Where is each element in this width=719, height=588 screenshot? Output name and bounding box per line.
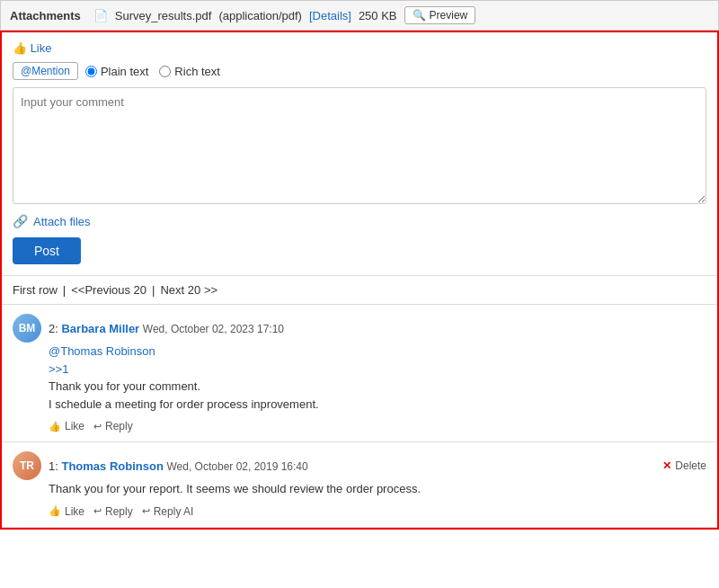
rich-text-option[interactable]: Rich text	[159, 65, 220, 78]
file-details-link[interactable]: [Details]	[309, 9, 351, 22]
comment-line-1: Thank you for your comment.	[49, 378, 706, 396]
reply-label-2: Reply	[105, 420, 133, 432]
plain-text-label: Plain text	[101, 65, 148, 78]
avatar-thomas: TR	[13, 451, 41, 480]
avatar-initials-thomas: TR	[20, 459, 34, 472]
like-icon-1: 👍	[49, 505, 61, 517]
prev-link[interactable]: <<Previous 20	[71, 283, 146, 297]
comment-header-left-1: TR 1: Thomas Robinson Wed, October 02, 2…	[13, 451, 308, 480]
like-button-1[interactable]: 👍 Like	[49, 505, 84, 518]
mention-button[interactable]: @Mention	[13, 62, 78, 80]
comment-actions-2: 👍 Like ↩ Reply	[49, 420, 706, 432]
comment-header-row-2: BM 2: Barbara Miller Wed, October 02, 20…	[13, 314, 706, 343]
comment-author-barbara[interactable]: Barbara Miller	[61, 322, 139, 335]
comment-header-row-1: TR 1: Thomas Robinson Wed, October 02, 2…	[13, 451, 706, 480]
post-button[interactable]: Post	[13, 237, 81, 264]
comment-input-section: 👍 Like @Mention Plain text Rich text	[2, 32, 717, 276]
like-label-1: Like	[65, 505, 84, 518]
comment-number-1: 1:	[49, 459, 61, 473]
preview-icon: 🔍	[413, 9, 426, 22]
comment-number-2: 2:	[49, 322, 61, 335]
comment-header-left-2: BM 2: Barbara Miller Wed, October 02, 20…	[13, 314, 284, 343]
top-like-link[interactable]: 👍 Like	[13, 41, 51, 55]
avatar-initials-barbara: BM	[19, 322, 36, 334]
separator-1: |	[63, 283, 66, 297]
reply-icon-2: ↩	[93, 421, 102, 432]
plain-text-option[interactable]: Plain text	[85, 65, 148, 78]
reply-button-2[interactable]: ↩ Reply	[93, 420, 133, 432]
comment-mention-2: @Thomas Robinson	[49, 344, 155, 358]
comment-date-2: Wed, October 02, 2023 17:10	[143, 323, 284, 335]
preview-label: Preview	[430, 9, 468, 22]
delete-label-1: Delete	[675, 459, 706, 472]
comment-entry-1: TR 1: Thomas Robinson Wed, October 02, 2…	[2, 442, 717, 528]
reply-icon-1: ↩	[93, 505, 102, 517]
plain-text-radio[interactable]	[85, 66, 97, 77]
file-size: 250 KB	[359, 9, 397, 22]
comment-line-2: I schedule a meeting for order process i…	[49, 396, 706, 414]
reply-all-icon-1: ↩	[142, 505, 150, 517]
attachments-bar: Attachments 📄 Survey_results.pdf (applic…	[0, 0, 719, 31]
rich-text-radio[interactable]	[159, 66, 171, 77]
comment-entry-2: BM 2: Barbara Miller Wed, October 02, 20…	[2, 305, 717, 442]
comment-meta-2: 2: Barbara Miller Wed, October 02, 2023 …	[49, 322, 284, 335]
comment-body-1: Thank you for your report. It seems we s…	[49, 480, 706, 498]
like-button-2[interactable]: 👍 Like	[49, 420, 84, 432]
pagination-row: First row | <<Previous 20 | Next 20 >>	[2, 276, 717, 305]
like-icon: 👍	[13, 41, 27, 55]
reply-label-1: Reply	[105, 505, 133, 518]
comment-actions-1: 👍 Like ↩ Reply ↩ Reply AI	[49, 505, 706, 518]
file-icon: 📄	[93, 9, 108, 22]
comment-meta-1: 1: Thomas Robinson Wed, October 02, 2019…	[49, 459, 308, 473]
like-row: 👍 Like	[13, 41, 706, 55]
comment-body-2: @Thomas Robinson >>1 Thank you for your …	[49, 343, 706, 413]
main-panel: 👍 Like @Mention Plain text Rich text	[0, 31, 719, 530]
attach-files-row[interactable]: 🔗 Attach files	[13, 214, 706, 228]
format-radio-group: Plain text Rich text	[85, 65, 220, 78]
preview-button[interactable]: 🔍 Preview	[404, 6, 476, 24]
like-icon-2: 👍	[49, 421, 61, 432]
comment-date-1: Wed, October 02, 2019 16:40	[166, 460, 307, 473]
delete-button-1[interactable]: ✕ Delete	[662, 459, 706, 472]
comment-textarea[interactable]	[13, 87, 706, 204]
reply-button-1[interactable]: ↩ Reply	[93, 505, 133, 518]
rich-text-label: Rich text	[174, 65, 220, 78]
delete-icon-1: ✕	[662, 459, 671, 472]
top-like-label: Like	[31, 41, 52, 55]
attachments-label: Attachments	[10, 9, 81, 22]
first-row-link[interactable]: First row	[13, 283, 58, 297]
reply-all-label-1: Reply AI	[154, 505, 194, 518]
format-row: @Mention Plain text Rich text	[13, 62, 706, 80]
file-type: (application/pdf)	[218, 9, 302, 22]
attach-files-label: Attach files	[33, 215, 91, 228]
separator-2: |	[152, 283, 155, 297]
comment-line-thomas: Thank you for your report. It seems we s…	[49, 480, 706, 498]
comment-author-thomas[interactable]: Thomas Robinson	[61, 459, 163, 473]
comment-quote-2: >>1	[49, 362, 68, 376]
file-name: Survey_results.pdf	[115, 9, 212, 22]
like-label-2: Like	[65, 420, 84, 432]
next-link[interactable]: Next 20 >>	[160, 283, 217, 297]
reply-all-button-1[interactable]: ↩ Reply AI	[142, 505, 194, 518]
attach-icon: 🔗	[13, 214, 28, 228]
avatar-barbara: BM	[13, 314, 41, 343]
